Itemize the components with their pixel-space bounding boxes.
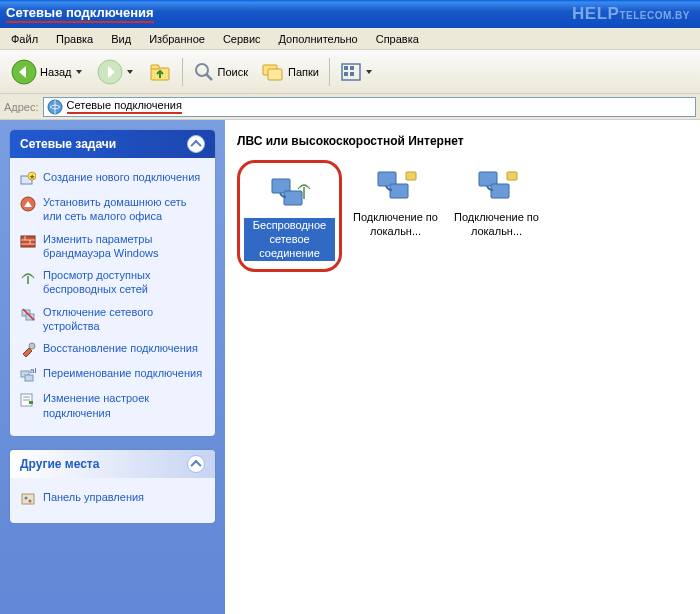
wireless-connection-icon (244, 171, 335, 215)
firewall-icon (20, 233, 36, 249)
connection-lan-1[interactable]: Подключение по локальн... (348, 160, 443, 272)
control-panel-icon (20, 491, 36, 507)
network-connections-icon (47, 99, 63, 115)
svg-rect-29 (25, 375, 33, 381)
task-control-panel[interactable]: Панель управления (20, 486, 205, 511)
task-view-wireless[interactable]: Просмотр доступных беспроводных сетей (20, 264, 205, 301)
body: Сетевые задачи ★ Создание нового подключ… (0, 120, 700, 614)
new-connection-icon: ★ (20, 171, 36, 187)
task-disable-device[interactable]: Отключение сетевого устройства (20, 301, 205, 338)
task-repair[interactable]: Восстановление подключения (20, 337, 205, 362)
chevron-down-icon[interactable] (365, 67, 374, 76)
back-icon (11, 59, 37, 85)
menu-advanced[interactable]: Дополнительно (270, 31, 367, 47)
menubar: Файл Правка Вид Избранное Сервис Дополни… (0, 28, 700, 50)
menu-file[interactable]: Файл (2, 31, 47, 47)
search-icon (193, 61, 215, 83)
folder-up-icon (148, 60, 172, 84)
panel-header[interactable]: Сетевые задачи (10, 130, 215, 158)
section-title: ЛВС или высокоскоростной Интернет (237, 134, 688, 148)
svg-rect-34 (29, 401, 33, 404)
menu-help[interactable]: Справка (367, 31, 428, 47)
connection-label: Подключение по локальн... (350, 211, 441, 239)
svg-rect-39 (284, 191, 302, 205)
address-value: Сетевые подключения (67, 99, 182, 114)
svg-text:ab: ab (30, 367, 36, 375)
lan-connection-icon (451, 164, 542, 208)
folders-button[interactable]: Папки (255, 57, 325, 87)
svg-point-36 (25, 496, 28, 499)
settings-icon (20, 392, 36, 408)
connection-grid: Беспроводное сетевое соединение Подключе… (237, 160, 688, 272)
task-rename[interactable]: ab Переименование подключения (20, 362, 205, 387)
svg-rect-9 (344, 66, 348, 70)
panel-network-tasks: Сетевые задачи ★ Создание нового подключ… (10, 130, 215, 436)
views-button[interactable] (334, 58, 380, 86)
menu-edit[interactable]: Правка (47, 31, 102, 47)
svg-rect-43 (406, 172, 416, 180)
svg-rect-45 (491, 184, 509, 198)
watermark: HELPTELECOM.BY (572, 4, 690, 24)
task-firewall-settings[interactable]: Изменить параметры брандмауэра Windows (20, 228, 205, 265)
repair-icon (20, 342, 36, 358)
menu-service[interactable]: Сервис (214, 31, 270, 47)
search-button[interactable]: Поиск (187, 57, 254, 87)
chevron-up-icon[interactable] (187, 135, 205, 153)
task-change-settings[interactable]: Изменение настроек подключения (20, 387, 205, 424)
svg-rect-35 (22, 494, 34, 504)
menu-favorites[interactable]: Избранное (140, 31, 214, 47)
rename-icon: ab (20, 367, 36, 383)
home-network-icon (20, 196, 36, 212)
task-setup-home-network[interactable]: Установить домашнюю сеть или сеть малого… (20, 191, 205, 228)
address-input[interactable]: Сетевые подключения (43, 97, 696, 117)
connection-wireless[interactable]: Беспроводное сетевое соединение (242, 167, 337, 265)
address-bar: Адрес: Сетевые подключения (0, 94, 700, 120)
window-title: Сетевые подключения (6, 5, 154, 23)
svg-line-5 (206, 74, 212, 80)
disable-network-icon (20, 306, 36, 322)
titlebar: Сетевые подключения HELPTELECOM.BY (0, 0, 700, 28)
svg-rect-12 (350, 72, 354, 76)
svg-rect-42 (390, 184, 408, 198)
forward-button[interactable] (91, 55, 141, 89)
chevron-down-icon[interactable] (75, 67, 84, 76)
up-button[interactable] (142, 56, 178, 88)
svg-rect-7 (268, 69, 282, 80)
svg-rect-11 (344, 72, 348, 76)
chevron-up-icon[interactable] (187, 455, 205, 473)
connection-label: Подключение по локальн... (451, 211, 542, 239)
panel-other-places: Другие места Панель управления (10, 450, 215, 523)
svg-rect-10 (350, 66, 354, 70)
svg-text:★: ★ (29, 173, 35, 180)
content-area: ЛВС или высокоскоростной Интернет Беспро… (225, 120, 700, 614)
task-new-connection[interactable]: ★ Создание нового подключения (20, 166, 205, 191)
panel-header[interactable]: Другие места (10, 450, 215, 478)
toolbar: Назад Поиск Папки (0, 50, 700, 94)
svg-rect-3 (151, 65, 159, 69)
connection-lan-2[interactable]: Подключение по локальн... (449, 160, 544, 272)
connection-label: Беспроводное сетевое соединение (244, 218, 335, 261)
forward-icon (97, 59, 123, 85)
wireless-icon (20, 269, 36, 285)
lan-connection-icon (350, 164, 441, 208)
menu-view[interactable]: Вид (102, 31, 140, 47)
chevron-down-icon[interactable] (126, 67, 135, 76)
back-button[interactable]: Назад (5, 55, 90, 89)
annotation-highlight: Беспроводное сетевое соединение (237, 160, 342, 272)
folders-icon (261, 61, 285, 83)
sidebar: Сетевые задачи ★ Создание нового подключ… (0, 120, 225, 614)
svg-point-37 (29, 499, 32, 502)
svg-rect-18 (21, 236, 35, 247)
views-icon (340, 62, 362, 82)
svg-rect-46 (507, 172, 517, 180)
address-label: Адрес: (4, 101, 39, 113)
svg-point-27 (29, 343, 35, 349)
